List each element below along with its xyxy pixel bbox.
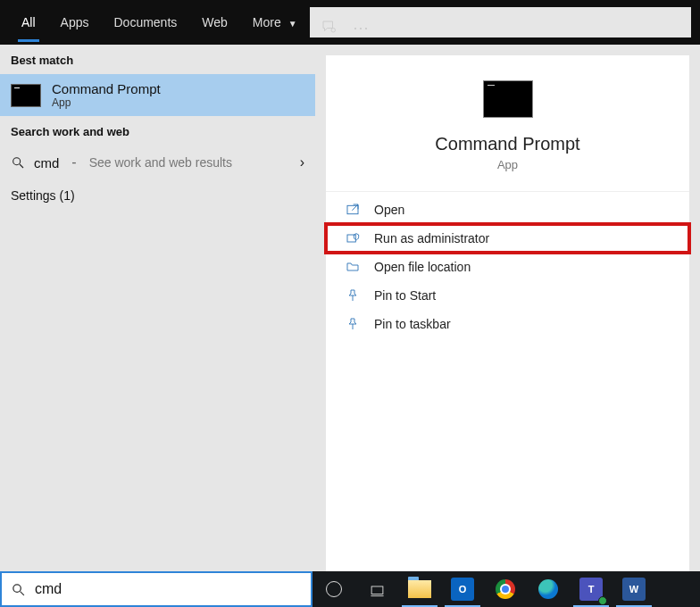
chrome-icon [496, 579, 515, 599]
command-prompt-icon [11, 84, 41, 107]
action-run-as-administrator[interactable]: Run as administrator [326, 224, 689, 253]
result-title: Command Prompt [52, 81, 161, 96]
tab-web[interactable]: Web [189, 3, 240, 42]
search-icon [11, 582, 26, 597]
svg-point-0 [331, 28, 336, 32]
word-button[interactable]: W [612, 571, 655, 607]
action-open-label: Open [374, 203, 404, 217]
cortana-button[interactable] [312, 571, 355, 607]
search-term: cmd [34, 155, 59, 170]
search-input[interactable] [35, 581, 302, 597]
command-prompt-icon [483, 80, 533, 118]
search-web-header: Search work and web [0, 116, 315, 146]
task-view-icon [370, 582, 385, 597]
result-subtitle: App [52, 96, 161, 109]
chevron-right-icon: › [300, 154, 304, 170]
shield-admin-icon [346, 231, 360, 245]
search-icon [11, 155, 25, 170]
pin-icon [346, 288, 360, 303]
svg-point-1 [13, 158, 21, 165]
outlook-button[interactable]: O [441, 571, 484, 607]
action-pin-to-start[interactable]: Pin to Start [326, 281, 689, 310]
svg-rect-10 [371, 586, 383, 594]
outlook-icon: O [451, 578, 474, 601]
folder-icon [346, 260, 360, 274]
best-match-result[interactable]: Command Prompt App [0, 74, 315, 116]
cortana-icon [326, 581, 342, 597]
open-icon [346, 203, 360, 217]
chevron-down-icon: ▼ [288, 19, 297, 29]
feedback-icon[interactable] [321, 19, 337, 37]
action-open[interactable]: Open [326, 195, 689, 224]
search-hint: See work and web results [89, 155, 232, 170]
tab-all[interactable]: All [9, 3, 48, 42]
pin-icon [346, 317, 360, 331]
web-search-suggestion[interactable]: cmd - See work and web results › [0, 146, 315, 179]
taskbar-search[interactable] [0, 571, 312, 607]
tab-documents[interactable]: Documents [101, 3, 189, 42]
edge-icon [538, 579, 558, 599]
svg-line-9 [21, 591, 24, 595]
svg-point-8 [13, 584, 21, 592]
results-panel: Best match Command Prompt App Search wor… [0, 45, 315, 571]
tab-apps[interactable]: Apps [48, 3, 102, 42]
edge-button[interactable] [527, 571, 570, 607]
task-view-button[interactable] [355, 571, 398, 607]
teams-button[interactable]: T [570, 571, 612, 607]
action-pin-taskbar-label: Pin to taskbar [374, 317, 451, 331]
more-options-icon[interactable]: ⋯ [353, 18, 371, 37]
settings-group[interactable]: Settings (1) [0, 179, 315, 212]
chrome-button[interactable] [484, 571, 527, 607]
detail-title: Command Prompt [435, 134, 579, 154]
action-pin-to-taskbar[interactable]: Pin to taskbar [326, 310, 689, 338]
taskbar: O T W [0, 571, 700, 607]
svg-line-2 [20, 164, 23, 168]
best-match-header: Best match [0, 45, 315, 74]
action-pin-start-label: Pin to Start [374, 288, 436, 303]
search-filter-tabs: All Apps Documents Web More ▼ ⋯ [0, 0, 700, 45]
tab-more-label: More [253, 15, 281, 29]
detail-subtitle: App [497, 158, 518, 171]
file-explorer-button[interactable] [398, 571, 441, 607]
action-open-loc-label: Open file location [374, 260, 471, 274]
file-explorer-icon [408, 580, 431, 598]
action-run-admin-label: Run as administrator [374, 231, 489, 245]
tab-more[interactable]: More ▼ [240, 3, 310, 42]
action-open-file-location[interactable]: Open file location [326, 253, 689, 281]
status-badge [598, 596, 607, 605]
word-icon: W [622, 578, 646, 601]
detail-pane: Command Prompt App Open Run as administr… [326, 55, 689, 571]
